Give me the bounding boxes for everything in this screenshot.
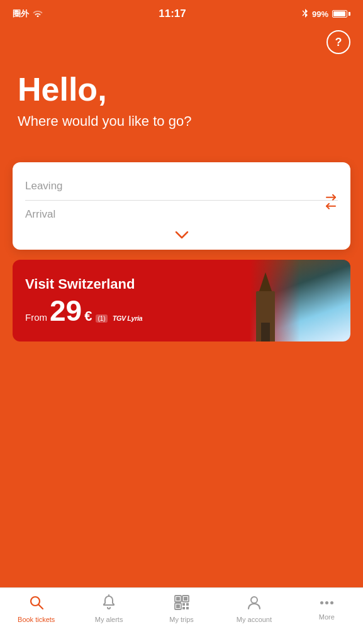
svg-rect-14 (186, 603, 189, 606)
banner-currency: € (84, 308, 92, 325)
nav-label-my-alerts: My alerts (95, 616, 123, 623)
bluetooth-icon (302, 8, 308, 20)
svg-rect-15 (182, 607, 185, 609)
more-icon (320, 594, 333, 611)
svg-line-0 (303, 11, 305, 13)
status-left: 圈外 (13, 8, 43, 19)
nav-item-my-trips[interactable]: My trips (145, 594, 218, 623)
nav-item-my-alerts[interactable]: My alerts (72, 594, 145, 623)
battery-icon (332, 10, 350, 18)
nav-label-my-account: My account (237, 616, 272, 623)
status-bar: 圈外 11:17 99% (0, 0, 363, 28)
qr-code-icon (174, 594, 190, 613)
banner-price: 29 (50, 296, 82, 325)
status-right: 99% (302, 8, 350, 20)
swap-stations-button[interactable] (324, 194, 338, 214)
search-divider (25, 200, 338, 201)
banner-from-label: From (25, 312, 47, 323)
greeting-subtitle: Where would you like to go? (18, 113, 345, 131)
arrival-input[interactable] (25, 203, 338, 226)
banner-operator: TGV Lyria (113, 314, 142, 322)
wifi-icon (33, 9, 43, 19)
nav-label-my-trips: My trips (169, 616, 194, 623)
svg-rect-13 (182, 603, 185, 606)
bell-icon (101, 594, 117, 613)
search-card (13, 162, 350, 250)
person-icon (246, 594, 262, 613)
time-display: 11:17 (159, 8, 186, 20)
nav-item-my-account[interactable]: My account (218, 594, 290, 623)
svg-line-1 (303, 13, 305, 16)
main-header: ? Hello, Where would you like to go? (0, 28, 363, 150)
banner-title: Visit Switzerland (25, 276, 338, 292)
search-icon (28, 594, 45, 613)
bottom-nav: Book tickets My alerts (0, 587, 363, 644)
banner-badge: (1) (96, 314, 107, 323)
svg-rect-16 (186, 607, 189, 609)
banner-price-area: From 29 € (1) TGV Lyria (25, 296, 338, 325)
nav-label-more: More (319, 613, 335, 621)
banner-text: Visit Switzerland From 29 € (1) TGV Lyri… (13, 266, 350, 335)
nav-item-more[interactable]: More (291, 594, 363, 621)
svg-rect-10 (184, 597, 187, 601)
svg-line-5 (38, 605, 43, 609)
expand-search-button[interactable] (25, 231, 338, 240)
carrier-text: 圈外 (13, 8, 29, 19)
svg-rect-12 (176, 604, 180, 608)
svg-rect-8 (176, 597, 180, 601)
nav-item-book-tickets[interactable]: Book tickets (0, 594, 72, 623)
help-button[interactable]: ? (327, 30, 350, 54)
nav-label-book-tickets: Book tickets (18, 616, 55, 623)
battery-percentage: 99% (312, 9, 328, 19)
greeting-title: Hello, (18, 72, 345, 108)
svg-point-17 (251, 597, 257, 603)
promo-banner[interactable]: Visit Switzerland From 29 € (1) TGV Lyri… (13, 260, 350, 341)
leaving-input[interactable] (25, 175, 338, 197)
